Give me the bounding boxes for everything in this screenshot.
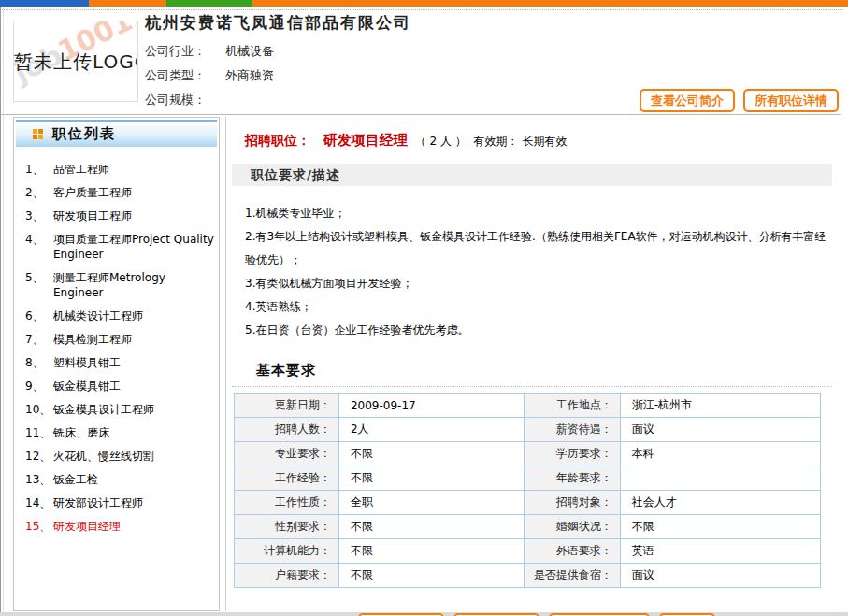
recruit-label: 招聘职位： — [245, 133, 310, 148]
job-list-item-label: 钣金模具钳工 — [53, 379, 215, 394]
job-list-item-label: 研发项目经理 — [53, 519, 215, 534]
requirements-row: 更新日期： 2009-09-17 工作地点： 浙江-杭州市 — [235, 394, 821, 418]
validity-value: 长期有效 — [522, 135, 567, 148]
job-list: 1、 品管工程师 2、 客户质量工程师 3、 研发项目工程师 4、 项目质量工程… — [14, 149, 219, 534]
job-list-item-label: 铣床、磨床 — [53, 425, 215, 440]
requirements-row: 计算机能力： 不限 外语要求： 英语 — [235, 539, 821, 564]
job-list-item-number: 11、 — [25, 425, 53, 440]
page-right-edge — [841, 7, 841, 612]
job-list-item[interactable]: 2、 客户质量工程师 — [25, 185, 215, 200]
top-color-bar — [0, 0, 848, 7]
req-value: 全职 — [338, 491, 524, 515]
requirements-row: 招聘人数： 2人 薪资待遇： 面议 — [235, 418, 821, 442]
job-list-item[interactable]: 9、 钣金模具钳工 — [25, 379, 215, 394]
req-value: 2009-09-17 — [338, 394, 524, 418]
job-list-item[interactable]: 4、 项目质量工程师Project Quality Engineer — [25, 232, 215, 262]
req-value: 不限 — [338, 515, 524, 539]
job-title: 研发项目经理 — [323, 132, 408, 149]
job-list-item[interactable]: 14、 研发部设计工程师 — [25, 495, 215, 510]
description-list: 1.机械类专业毕业； 2.有3年以上结构设计或塑料模具、钣金模具设计工作经验.（… — [245, 202, 828, 342]
job-headcount: （ 2 人 ） — [415, 135, 467, 148]
requirements-row: 性别要求： 不限 婚姻状况： 不限 — [235, 515, 821, 539]
requirements-row: 专业要求： 不限 学历要求： 本科 — [235, 442, 821, 466]
req-label: 薪资待遇： — [525, 418, 620, 442]
sidebar-title: 职位列表 — [52, 125, 116, 143]
description-line: 2.有3年以上结构设计或塑料模具、钣金模具设计工作经验.（熟练使用相关FEA软件… — [245, 225, 828, 272]
req-value: 浙江-杭州市 — [620, 394, 820, 418]
job-list-item-number: 14、 — [25, 495, 53, 510]
description-line: 3.有类似机械方面项目开发经验； — [245, 272, 828, 295]
header-divider — [1, 114, 841, 115]
sidebar-main-divider — [225, 117, 226, 611]
job-list-item-number: 5、 — [25, 270, 53, 300]
job-list-item[interactable]: 15、 研发项目经理 — [25, 519, 215, 534]
company-field-value: 机械设备 — [225, 39, 274, 64]
top-bar-segment — [89, 0, 166, 7]
all-positions-button[interactable]: 所有职位详情 — [743, 89, 839, 112]
req-value: 不限 — [338, 466, 524, 491]
job-list-item[interactable]: 7、 模具检测工程师 — [25, 332, 215, 347]
job-title-line: 招聘职位： 研发项目经理 （ 2 人 ） 有效期： 长期有效 — [245, 132, 841, 150]
req-label: 招聘人数： — [235, 418, 339, 442]
job-list-item[interactable]: 1、 品管工程师 — [25, 162, 215, 177]
job-list-item[interactable]: 6、 机械类设计工程师 — [25, 308, 215, 323]
company-field: 公司行业： 机械设备 — [145, 39, 274, 64]
job-list-item[interactable]: 12、 火花机、慢丝线切割 — [25, 449, 215, 464]
job-list-item-label: 项目质量工程师Project Quality Engineer — [53, 232, 215, 262]
job-list-item-label: 火花机、慢丝线切割 — [53, 449, 215, 464]
job-list-item[interactable]: 13、 钣金工检 — [25, 472, 215, 487]
job-list-item-number: 12、 — [25, 449, 53, 464]
job-list-item-number: 15、 — [25, 519, 53, 534]
company-field-value: 外商独资 — [225, 64, 274, 88]
req-label: 性别要求： — [235, 515, 339, 539]
job-list-item[interactable]: 5、 测量工程师Metrology Engineer — [25, 270, 215, 300]
req-value: 不限 — [338, 442, 524, 466]
description-line: 4.英语熟练； — [245, 295, 828, 319]
job-list-item-label: 品管工程师 — [53, 162, 215, 177]
top-bar-segment — [252, 0, 848, 7]
req-label: 是否提供食宿： — [525, 564, 620, 588]
job-list-item[interactable]: 10、 钣金模具设计工程师 — [25, 402, 215, 417]
job-list-item-label: 测量工程师Metrology Engineer — [53, 270, 215, 300]
job-list-item-number: 9、 — [25, 379, 53, 394]
req-value: 2人 — [338, 418, 524, 442]
job-list-item-number: 6、 — [25, 308, 53, 323]
req-label: 工作地点： — [525, 394, 620, 418]
req-value: 面议 — [620, 564, 820, 588]
job-list-item[interactable]: 11、 铣床、磨床 — [25, 425, 215, 440]
view-company-profile-button[interactable]: 查看公司简介 — [640, 89, 735, 112]
job-list-item-label: 塑料模具钳工 — [53, 355, 215, 370]
company-field: 公司类型： 外商独资 — [145, 64, 274, 88]
main-content: 招聘职位： 研发项目经理 （ 2 人 ） 有效期： 长期有效 职位要求/描述 1… — [232, 117, 841, 616]
job-list-item-number: 7、 — [25, 332, 53, 347]
req-value: 面议 — [620, 418, 820, 442]
req-label: 更新日期： — [235, 394, 339, 418]
req-label: 工作经验： — [235, 466, 339, 491]
job-list-item-label: 模具检测工程师 — [53, 332, 215, 347]
requirements-row: 工作经验： 不限 年龄要求： — [235, 466, 821, 491]
job-list-item-number: 10、 — [25, 402, 53, 417]
requirements-row: 户籍要求： 不限 是否提供食宿： 面议 — [235, 564, 821, 588]
req-value: 本科 — [620, 442, 820, 466]
job-list-item-label: 研发部设计工程师 — [53, 495, 215, 510]
req-label: 专业要求： — [235, 442, 339, 466]
section-description-header: 职位要求/描述 — [232, 164, 832, 186]
req-value: 不限 — [338, 564, 524, 588]
company-fields: 公司行业： 机械设备 公司类型： 外商独资 公司规模： — [145, 39, 274, 112]
req-label: 工作性质： — [235, 491, 339, 515]
job-list-item-label: 机械类设计工程师 — [53, 308, 215, 323]
req-label: 户籍要求： — [235, 564, 339, 588]
top-dotted-divider — [2, 9, 842, 10]
job-list-item-number: 3、 — [25, 208, 53, 223]
req-label: 计算机能力： — [235, 539, 339, 564]
description-line: 5.在日资（台资）企业工作经验者优先考虑。 — [245, 319, 828, 342]
top-bar-segment — [0, 0, 89, 7]
company-field-label: 公司规模： — [145, 88, 212, 112]
job-list-item[interactable]: 8、 塑料模具钳工 — [25, 355, 215, 370]
job-list-item-number: 1、 — [25, 162, 53, 177]
job-list-item[interactable]: 3、 研发项目工程师 — [25, 208, 215, 223]
req-value: 英语 — [620, 539, 820, 564]
job-list-item-label: 研发项目工程师 — [53, 208, 215, 223]
job-list-item-number: 8、 — [25, 355, 53, 370]
company-field-label: 公司类型： — [145, 64, 212, 88]
